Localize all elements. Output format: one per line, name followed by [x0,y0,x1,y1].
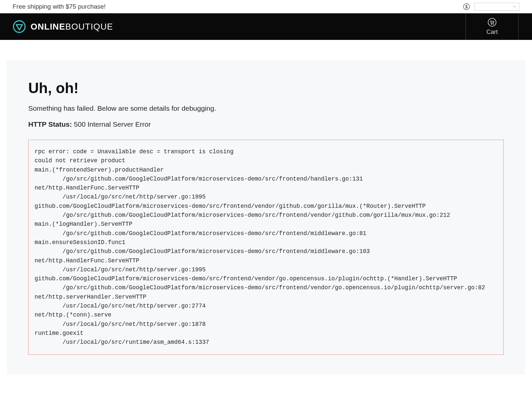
stacktrace: rpc error: code = Unavailable desc = tra… [28,140,504,355]
content: Uh, oh! Something has failed. Below are … [0,40,532,388]
svg-point-3 [491,24,492,24]
cart-icon [488,18,496,27]
svg-point-2 [488,18,496,26]
http-status-value: 500 Internal Server Error [74,120,151,128]
cart-label: Cart [486,29,498,36]
http-status-line: HTTP Status: 500 Internal Server Error [28,120,504,128]
brand-thin: BOUTIQUE [65,22,113,32]
brand-bold: ONLINE [31,22,65,32]
error-panel: Uh, oh! Something has failed. Below are … [7,60,525,375]
navbar-spacer [113,13,466,40]
svg-point-4 [493,24,493,24]
brand-text: ONLINEBOUTIQUE [31,22,113,32]
http-status-label: HTTP Status: [28,120,72,128]
top-bar-right [463,3,519,11]
svg-point-1 [14,21,25,33]
promo-text: Free shipping with $75 purchase! [13,3,106,10]
currency-select[interactable] [474,3,519,11]
top-bar: Free shipping with $75 purchase! [0,0,532,13]
brand-link[interactable]: ONLINEBOUTIQUE [13,13,113,40]
error-subtitle: Something has failed. Below are some det… [28,104,504,112]
currency-icon [463,3,470,11]
navbar: ONLINEBOUTIQUE Cart [0,13,532,40]
cart-link[interactable]: Cart [466,13,519,40]
error-title: Uh, oh! [28,80,504,96]
brand-logo-icon [13,20,26,33]
